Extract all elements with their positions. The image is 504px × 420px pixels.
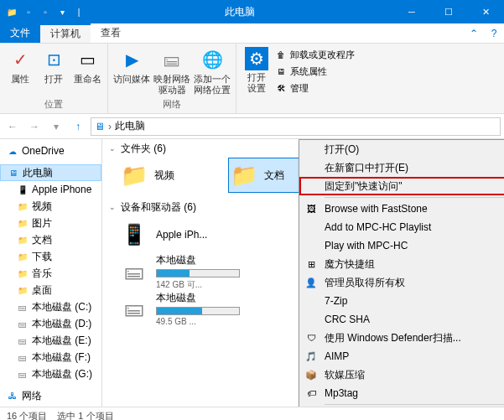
tab-computer[interactable]: 计算机 bbox=[40, 23, 91, 43]
menu-separator bbox=[325, 197, 504, 198]
menu-item-label: AIMP bbox=[325, 350, 349, 362]
music-icon: 📁 bbox=[17, 267, 29, 279]
help-icon[interactable]: ? bbox=[484, 23, 504, 43]
computer-icon: 🖥 bbox=[95, 121, 105, 132]
nav-history-button[interactable]: ▾ bbox=[47, 117, 65, 136]
menu-separator bbox=[325, 404, 504, 405]
menu-item-label: Mp3tag bbox=[325, 387, 358, 399]
context-menu-item[interactable]: CRC SHA▶ bbox=[299, 310, 504, 329]
sidebar-item[interactable]: 📁下载 bbox=[0, 248, 101, 265]
phone-icon: 📱 bbox=[17, 184, 29, 195]
media-icon: ▶ bbox=[119, 47, 144, 72]
tab-file[interactable]: 文件 bbox=[0, 23, 40, 43]
rename-icon: ▭ bbox=[75, 47, 100, 72]
context-menu-item[interactable]: 在新窗口中打开(E) bbox=[299, 158, 504, 177]
context-menu-item[interactable]: 7-Zip▶ bbox=[299, 292, 504, 310]
maximize-button[interactable]: ☐ bbox=[430, 0, 467, 23]
menu-item-label: 软媒压缩 bbox=[325, 368, 365, 382]
item-count: 16 个项目 bbox=[7, 410, 47, 420]
sidebar-item[interactable]: 📁桌面 bbox=[0, 282, 101, 298]
context-menu-item[interactable]: 👤管理员取得所有权 bbox=[299, 273, 504, 292]
menu-item-label: 使用 Windows Defender扫描... bbox=[325, 331, 461, 345]
manage-icon: 🛠 bbox=[275, 82, 287, 94]
chevron-down-icon: ⌄ bbox=[109, 144, 116, 153]
map-drive-icon: 🖴 bbox=[159, 47, 184, 72]
context-menu-item[interactable]: Play with MPC-HC bbox=[299, 236, 504, 255]
menu-item-icon: 🎵 bbox=[304, 350, 318, 363]
uninstall-item[interactable]: 🗑卸载或更改程序 bbox=[275, 47, 355, 62]
sysprops-item[interactable]: 🖥系统属性 bbox=[275, 64, 355, 79]
nav-forward-button[interactable]: → bbox=[25, 117, 44, 136]
sidebar-item[interactable]: 📁音乐 bbox=[0, 265, 101, 282]
onedrive-icon: ☁ bbox=[7, 145, 18, 157]
menu-item-label: Play with MPC-HC bbox=[325, 240, 408, 251]
context-menu-item[interactable]: ⊞魔方快捷组▶ bbox=[299, 255, 504, 273]
access-media-button[interactable]: ▶ 访问媒体 bbox=[113, 47, 150, 85]
sidebar-item[interactable]: 🖴本地磁盘 (F:) bbox=[0, 349, 101, 366]
add-netloc-button[interactable]: 🌐 添加一个 网络位置 bbox=[194, 47, 231, 96]
qat-props-icon[interactable]: ▫ bbox=[22, 5, 35, 18]
sidebar-item[interactable]: 🖴本地磁盘 (E:) bbox=[0, 332, 101, 349]
sidebar-item[interactable]: 🖴本地磁盘 (C:) bbox=[0, 298, 101, 315]
context-menu-item[interactable]: 🎵AIMP▶ bbox=[299, 347, 504, 366]
nav-back-button[interactable]: ← bbox=[3, 117, 22, 136]
selection-count: 选中 1 个项目 bbox=[57, 410, 113, 420]
qat-newfolder-icon[interactable]: ▫ bbox=[39, 5, 52, 18]
manage-item[interactable]: 🛠管理 bbox=[275, 80, 355, 96]
sidebar-network[interactable]: 🖧网络 bbox=[0, 387, 101, 404]
menu-item-label: 管理员取得所有权 bbox=[325, 276, 405, 290]
sidebar-item[interactable]: 📱Apple iPhone bbox=[0, 181, 101, 198]
drive-icon: 🖴 bbox=[17, 334, 29, 346]
context-menu-item[interactable]: 固定到"快速访问" bbox=[299, 177, 504, 195]
menu-item-label: 打开(O) bbox=[325, 143, 359, 157]
context-menu-item[interactable]: 🛡使用 Windows Defender扫描... bbox=[299, 329, 504, 347]
open-button[interactable]: ⊡ 打开 bbox=[39, 47, 69, 85]
sidebar-item[interactable]: 📁图片 bbox=[0, 215, 101, 231]
menu-item-label: 7-Zip bbox=[325, 295, 347, 307]
folder-icon: 📁 bbox=[229, 160, 259, 190]
context-menu: 打开(O)在新窗口中打开(E)固定到"快速访问"🖼Browse with Fas… bbox=[299, 139, 504, 407]
sidebar-onedrive[interactable]: ☁OneDrive bbox=[0, 143, 101, 159]
pictures-icon: 📁 bbox=[17, 217, 29, 229]
chevron-down-icon: ⌄ bbox=[109, 203, 116, 211]
menu-item-icon: 👤 bbox=[304, 276, 318, 289]
minimize-button[interactable]: ─ bbox=[393, 0, 430, 23]
ribbon-collapse-icon[interactable]: ⌃ bbox=[464, 23, 484, 43]
quick-access-toolbar: 📁 ▫ ▫ ▾ | bbox=[0, 5, 86, 18]
breadcrumb[interactable]: 🖥 › 此电脑 bbox=[91, 117, 501, 136]
context-menu-item[interactable]: 打开(O) bbox=[299, 140, 504, 158]
folder-videos[interactable]: 📁视频 bbox=[119, 158, 211, 193]
sidebar-item[interactable]: 🖴本地磁盘 (G:) bbox=[0, 366, 101, 382]
titlebar: 📁 ▫ ▫ ▾ | 此电脑 ─ ☐ ✕ bbox=[0, 0, 504, 23]
context-menu-item[interactable]: 📦软媒压缩▶ bbox=[299, 366, 504, 384]
computer-icon: 🖥 bbox=[8, 167, 19, 179]
main-pane: ⌄文件夹 (6) 📁视频 📁文档 📁音乐 ⌄设备和驱动器 (6) 📱 Apple… bbox=[102, 139, 504, 407]
sidebar-thispc[interactable]: 🖥此电脑 bbox=[0, 164, 101, 181]
rename-button[interactable]: ▭ 重命名 bbox=[72, 47, 102, 85]
close-button[interactable]: ✕ bbox=[467, 0, 504, 23]
menu-item-icon: ⊞ bbox=[304, 257, 318, 271]
sidebar-item[interactable]: 🖴本地磁盘 (D:) bbox=[0, 315, 101, 332]
drive-icon: 🖴 bbox=[17, 351, 29, 363]
settings-button[interactable]: ⚙ 打开 设置 bbox=[242, 47, 272, 94]
ribbon-tabs: 文件 计算机 查看 ⌃ ? bbox=[0, 23, 504, 44]
sidebar-item[interactable]: 📁文档 bbox=[0, 231, 101, 248]
map-drive-button[interactable]: 🖴 映射网络 驱动器 bbox=[153, 47, 190, 96]
menu-item-label: Browse with FastStone bbox=[325, 203, 428, 215]
context-menu-item[interactable]: 🖼Browse with FastStone bbox=[299, 200, 504, 218]
ribbon-group-location: ✓ 属性 ⊡ 打开 ▭ 重命名 位置 bbox=[0, 44, 108, 113]
context-menu-item[interactable]: 🏷Mp3tag bbox=[299, 384, 504, 402]
desktop-icon: 📁 bbox=[17, 284, 29, 296]
address-bar: ← → ▾ ↑ 🖥 › 此电脑 bbox=[0, 114, 504, 139]
drive-icon: 🖴 bbox=[17, 301, 29, 313]
qat-dropdown-icon[interactable]: ▾ bbox=[55, 5, 69, 18]
sidebar-item[interactable]: 📁视频 bbox=[0, 198, 101, 215]
video-icon: 📁 bbox=[17, 200, 29, 212]
nav-sidebar: ☁OneDrive 🖥此电脑 📱Apple iPhone 📁视频 📁图片 📁文档… bbox=[0, 139, 102, 407]
open-icon: ⊡ bbox=[41, 47, 66, 72]
tab-view[interactable]: 查看 bbox=[91, 23, 131, 43]
properties-button[interactable]: ✓ 属性 bbox=[5, 47, 35, 85]
context-menu-item[interactable]: Add to MPC-HC Playlist bbox=[299, 218, 504, 236]
uninstall-icon: 🗑 bbox=[275, 49, 287, 60]
nav-up-button[interactable]: ↑ bbox=[69, 117, 87, 136]
